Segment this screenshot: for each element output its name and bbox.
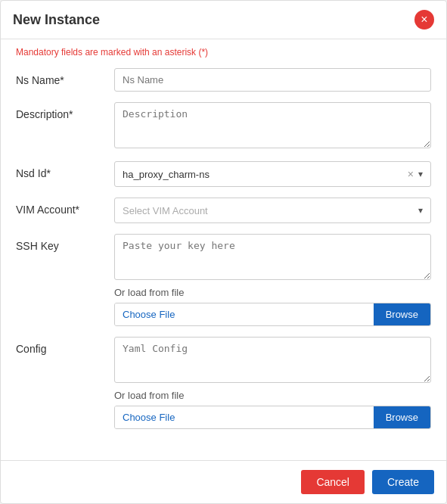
nsd-id-clear-icon[interactable]: × [408,168,414,180]
modal-footer: Cancel Create [1,460,446,503]
config-or-load-text: Or load from file [114,390,431,401]
description-row: Description* [16,102,431,151]
cancel-button[interactable]: Cancel [301,470,365,494]
description-wrap [114,102,431,151]
config-file-section: Or load from file Choose File Browse [114,390,431,429]
vim-account-placeholder: Select VIM Account [123,205,208,216]
config-label: Config [16,337,114,355]
vim-account-row: VIM Account* Select VIM Account ▾ [16,198,431,223]
ssh-key-file-section: Or load from file Choose File Browse [114,287,431,326]
ssh-key-row: SSH Key Or load from file Choose File Br… [16,234,431,326]
ssh-key-file-name: Choose File [115,303,374,325]
nsd-id-actions: × ▾ [408,168,423,180]
nsd-id-select[interactable]: ha_proxy_charm-ns × ▾ [114,161,431,187]
config-file-input-row: Choose File Browse [114,406,431,429]
config-file-name: Choose File [115,406,374,428]
nsd-id-label: Nsd Id* [16,161,114,179]
ssh-key-input[interactable] [114,234,431,280]
config-browse-button[interactable]: Browse [374,406,430,428]
config-row: Config Or load from file Choose File Bro… [16,337,431,429]
nsd-id-row: Nsd Id* ha_proxy_charm-ns × ▾ [16,161,431,187]
modal-title: New Instance [13,12,100,28]
ns-name-input[interactable] [114,68,431,92]
config-input[interactable] [114,337,431,383]
vim-account-label: VIM Account* [16,198,114,216]
vim-account-arrow-icon: ▾ [418,205,423,216]
vim-account-actions: ▾ [418,205,423,216]
ns-name-label: Ns Name* [16,68,114,86]
modal-header: New Instance × [1,1,446,39]
description-input[interactable] [114,102,431,148]
nsd-id-value: ha_proxy_charm-ns [123,169,408,180]
ssh-key-file-input-row: Choose File Browse [114,303,431,326]
vim-account-wrap: Select VIM Account ▾ [114,198,431,223]
ns-name-wrap [114,68,431,92]
vim-account-select[interactable]: Select VIM Account ▾ [114,198,431,223]
nsd-id-wrap: ha_proxy_charm-ns × ▾ [114,161,431,187]
config-wrap: Or load from file Choose File Browse [114,337,431,429]
ns-name-row: Ns Name* [16,68,431,92]
ssh-key-browse-button[interactable]: Browse [374,303,430,325]
create-button[interactable]: Create [372,470,434,494]
mandatory-note: Mandatory fields are marked with an aste… [16,47,431,58]
ssh-key-label: SSH Key [16,234,114,252]
nsd-id-arrow-icon: ▾ [418,169,423,179]
description-label: Description* [16,102,114,120]
ssh-key-wrap: Or load from file Choose File Browse [114,234,431,326]
modal-body: Mandatory fields are marked with an aste… [1,39,446,460]
close-button[interactable]: × [414,10,434,30]
ssh-key-or-load-text: Or load from file [114,287,431,298]
new-instance-modal: New Instance × Mandatory fields are mark… [0,0,447,504]
